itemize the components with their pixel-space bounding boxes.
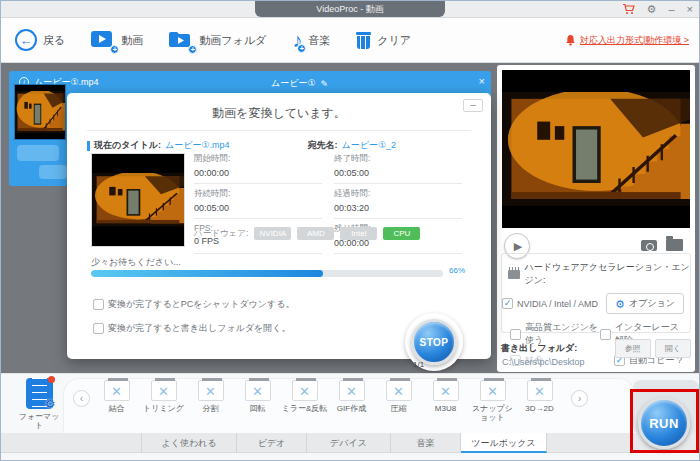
tab-toolbox[interactable]: ツールボックス (461, 433, 547, 453)
converting-thumbnail (91, 153, 185, 247)
divider (87, 130, 471, 131)
shutdown-checkbox[interactable]: 変換が完了するとPCをシャットダウンする。 (93, 298, 294, 311)
tools-row: ✕ 結合 ✕ トリミング ✕ 分割 ✕ 回転 ✕ ミラー&反転 ✕ GIF作成 (93, 380, 563, 422)
clear-button[interactable]: クリア (356, 31, 411, 50)
trash-icon (356, 31, 371, 50)
dialog-title: 動画を変換しています。 (67, 105, 491, 122)
tool-mirror-flip[interactable]: ✕ ミラー&反転 (281, 380, 328, 422)
stop-button[interactable]: STOP (411, 319, 457, 365)
split-icon: ✕ (198, 380, 224, 401)
settings-gear-icon[interactable]: ⚙ (647, 2, 657, 16)
progress-bar-fill (91, 270, 323, 277)
scroll-left-button[interactable]: ‹ (73, 390, 90, 407)
compress-icon: ✕ (386, 380, 412, 401)
close-icon[interactable]: × (687, 2, 693, 16)
tool-m3u8[interactable]: ✕ M3U8 (422, 380, 469, 422)
window-title: VideoProc - 動画 (255, 1, 445, 17)
progress-bar (91, 270, 443, 277)
hw-engine-checkbox[interactable]: ✓ NVIDIA / Intel / AMD (502, 298, 598, 309)
dialog-minimize-icon[interactable]: – (463, 99, 483, 112)
tool-gif[interactable]: ✕ GIF作成 (328, 380, 375, 422)
mirror-flip-icon: ✕ (292, 380, 318, 401)
format-button[interactable]: ⚙ フォーマット (15, 378, 63, 430)
play-icon: ▶ (514, 240, 522, 253)
add-video-button[interactable]: + 動画 (91, 30, 143, 51)
remove-video-icon[interactable]: × (479, 75, 485, 87)
card-option-chip[interactable] (17, 145, 59, 161)
merge-icon: ✕ (104, 380, 130, 401)
conversion-dialog: – 動画を変換しています。 現在のタイトル: ムービー①.mp4 宛先名: ムー… (67, 93, 491, 359)
tool-snapshot[interactable]: ✕ スナップショット (469, 380, 516, 422)
notification-dot (48, 376, 55, 383)
minimize-icon[interactable]: – (668, 2, 674, 16)
video-card-header: i ムービー①.mp4 (9, 71, 491, 93)
main-area: i ムービー①.mp4 ムービー① ✎ × (1, 63, 700, 373)
tool-compress[interactable]: ✕ 圧縮 (375, 380, 422, 422)
page-indicator: 1/1 (413, 360, 424, 369)
add-video-folder-label: 動画フォルダ (199, 33, 266, 48)
hw-engine-label: NVIDIA / Intel / AMD (517, 299, 598, 309)
add-video-label: 動画 (121, 33, 143, 48)
tab-video[interactable]: ビデオ (237, 433, 307, 453)
videoproc-window: VideoProc - 動画 ⚙ – × ← 戻る + 動画 + (0, 0, 700, 461)
format-gear-icon: ⚙ (45, 397, 56, 411)
snapshot-camera-icon[interactable] (641, 240, 657, 251)
format-label: フォーマット (15, 412, 63, 430)
tab-device[interactable]: デバイス (307, 433, 391, 453)
tool-merge[interactable]: ✕ 結合 (93, 380, 140, 422)
hardware-acceleration-section: ハードウェアアクセラレーション・エンジン: ✓ NVIDIA / Intel /… (501, 253, 691, 333)
video-preview[interactable] (502, 70, 690, 228)
tool-rotate[interactable]: ✕ 回転 (234, 380, 281, 422)
field-end-time: 終了時間:00:05:00 (334, 149, 462, 184)
video-thumbnail[interactable] (14, 84, 66, 140)
back-button[interactable]: ← 戻る (15, 29, 65, 51)
tab-frequently-used[interactable]: よく使われる (141, 433, 237, 453)
hw-section-title: ハードウェアアクセラレーション・エンジン: (525, 261, 690, 287)
options-button[interactable]: ⚙ オプション (606, 293, 684, 314)
rotate-icon: ✕ (245, 380, 271, 401)
supported-formats-link[interactable]: 対応入出力形式|動作環境 > (565, 34, 689, 47)
wait-text: 少々お待ちください... (91, 256, 181, 269)
output-folder-label: 書き出しフォルダ: (501, 342, 577, 355)
preview-panel: ▶ ハードウェアアクセラレーション・エンジン: ✓ NVIDIA / Intel… (497, 65, 695, 372)
hw-chip-intel: Intel (340, 227, 377, 240)
gif-icon: ✕ (339, 380, 365, 401)
add-music-label: 音楽 (308, 33, 330, 48)
open-folder-checkbox[interactable]: 変換が完了すると書き出しフォルダを開く。 (93, 322, 291, 335)
cart-icon[interactable] (622, 3, 635, 15)
card-option-chip[interactable] (39, 165, 67, 179)
hw-chip-nvidia: NVIDIA (254, 227, 291, 240)
run-button[interactable]: RUN (638, 397, 690, 449)
options-label: オプション (629, 297, 675, 310)
options-gear-icon: ⚙ (615, 299, 625, 309)
music-note-icon: ♪ + (292, 30, 302, 50)
field-start-time: 開始時間:00:00:00 (194, 149, 322, 184)
video-add-icon: + (91, 30, 115, 51)
staircase-video-frame (502, 92, 690, 206)
m3u8-icon: ✕ (433, 380, 459, 401)
edit-icon[interactable]: ✎ (321, 79, 329, 89)
top-toolbar: ← 戻る + 動画 + 動画フォルダ ♪ + 音楽 クリア (1, 18, 699, 63)
tool-3d-2d[interactable]: ✕ 3D→2D (516, 380, 563, 422)
back-label: 戻る (43, 33, 65, 48)
open-folder-icon[interactable] (666, 239, 683, 251)
video-folder-add-icon: + (169, 30, 193, 51)
add-music-button[interactable]: ♪ + 音楽 (292, 30, 330, 50)
browse-button[interactable]: 参照 (615, 339, 651, 358)
bottom-tabbar: よく使われる ビデオ デバイス 音楽 ツールボックス (1, 433, 700, 461)
3d-2d-icon: ✕ (527, 380, 553, 401)
open-button[interactable]: 開く (655, 339, 691, 358)
snapshot-icon: ✕ (480, 380, 506, 401)
field-elapsed: 経過時間:00:03:20 (334, 184, 462, 219)
tool-split[interactable]: ✕ 分割 (187, 380, 234, 422)
output-path: C:\Users\pc\Desktop (502, 357, 585, 367)
supported-formats-label: 対応入出力形式|動作環境 > (580, 34, 689, 47)
current-title-label: 現在のタイトル: (94, 139, 161, 152)
scroll-right-button[interactable]: › (571, 390, 588, 407)
tool-trim[interactable]: ✕ トリミング (140, 380, 187, 422)
tab-music[interactable]: 音楽 (391, 433, 461, 453)
titlebar: VideoProc - 動画 ⚙ – × (1, 1, 699, 18)
video-title: ムービー① (271, 77, 316, 90)
add-video-folder-button[interactable]: + 動画フォルダ (169, 30, 266, 51)
checkbox-check-icon: ✓ (502, 298, 513, 309)
